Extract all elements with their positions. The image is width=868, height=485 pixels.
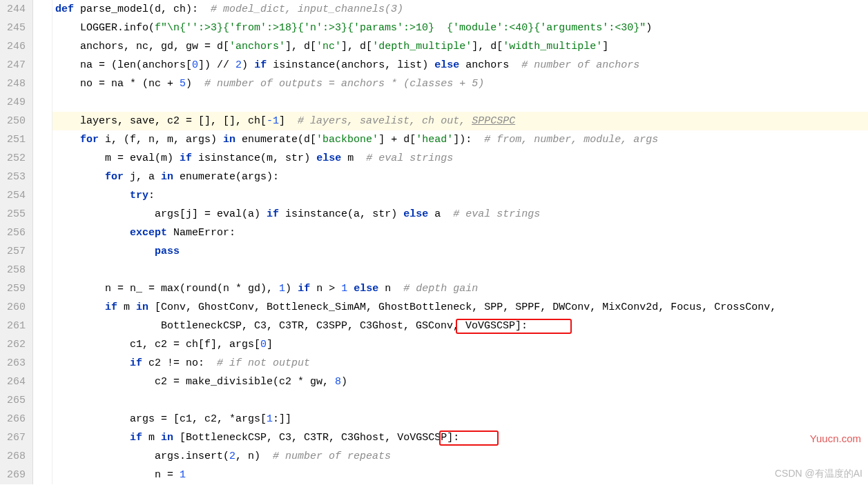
line-number[interactable]: 264: [4, 373, 26, 391]
code-line[interactable]: for i, (f, n, m, args) in enumerate(d['b…: [52, 130, 868, 149]
line-number[interactable]: 265: [4, 391, 26, 410]
line-number-gutter[interactable]: 2442452462472482492502512522532542552562…: [0, 0, 33, 484]
code-line[interactable]: m = eval(m) if isinstance(m, str) else m…: [52, 149, 868, 168]
code-line[interactable]: na = (len(anchors[0]) // 2) if isinstanc…: [52, 56, 868, 75]
line-number[interactable]: 246: [4, 37, 26, 56]
code-line[interactable]: if c2 != no: # if not output: [52, 354, 868, 373]
code-line[interactable]: pass: [52, 242, 868, 261]
line-number[interactable]: 249: [4, 93, 26, 112]
code-line[interactable]: [52, 391, 868, 410]
line-number[interactable]: 248: [4, 75, 26, 93]
code-line[interactable]: if m in [Conv, GhostConv, Bottleneck_Sim…: [52, 298, 868, 317]
line-number[interactable]: 256: [4, 224, 26, 242]
line-number[interactable]: 261: [4, 317, 26, 335]
line-number[interactable]: 267: [4, 428, 26, 447]
code-line[interactable]: LOGGER.info(f"\n{'':>3}{'from':>18}{'n':…: [52, 19, 868, 37]
line-number[interactable]: 268: [4, 447, 26, 466]
line-number[interactable]: 250: [4, 112, 26, 130]
line-number[interactable]: 262: [4, 335, 26, 354]
code-line[interactable]: c1, c2 = ch[f], args[0]: [52, 335, 868, 354]
code-line[interactable]: except NameError:: [52, 224, 868, 242]
code-area[interactable]: def parse_model(d, ch): # model_dict, in…: [52, 0, 868, 484]
code-line[interactable]: args.insert(2, n) # number of repeats: [52, 447, 868, 466]
line-number[interactable]: 258: [4, 261, 26, 279]
code-line[interactable]: [52, 261, 868, 279]
code-line[interactable]: def parse_model(d, ch): # model_dict, in…: [52, 0, 868, 19]
line-number[interactable]: 257: [4, 242, 26, 261]
line-number[interactable]: 247: [4, 56, 26, 75]
line-number[interactable]: 244: [4, 0, 26, 19]
code-line[interactable]: layers, save, c2 = [], [], ch[-1] # laye…: [52, 112, 868, 130]
code-line[interactable]: c2 = make_divisible(c2 * gw, 8): [52, 373, 868, 391]
line-number[interactable]: 255: [4, 205, 26, 224]
line-number[interactable]: 269: [4, 466, 26, 484]
code-editor[interactable]: 2442452462472482492502512522532542552562…: [0, 0, 868, 484]
line-number[interactable]: 254: [4, 186, 26, 205]
code-line[interactable]: if m in [BottleneckCSP, C3, C3TR, C3Ghos…: [52, 428, 868, 447]
line-number[interactable]: 259: [4, 279, 26, 298]
code-line[interactable]: try:: [52, 186, 868, 205]
watermark-csdn: CSDN @有温度的AI: [775, 464, 862, 483]
code-line[interactable]: args[j] = eval(a) if isinstance(a, str) …: [52, 205, 868, 224]
line-number[interactable]: 251: [4, 130, 26, 149]
code-line[interactable]: no = na * (nc + 5) # number of outputs =…: [52, 75, 868, 93]
line-number[interactable]: 260: [4, 298, 26, 317]
code-line[interactable]: n = n_ = max(round(n * gd), 1) if n > 1 …: [52, 279, 868, 298]
watermark-yuucn: Yuucn.com: [810, 429, 861, 448]
line-number[interactable]: 253: [4, 168, 26, 186]
code-line[interactable]: args = [c1, c2, *args[1:]]: [52, 410, 868, 428]
code-line[interactable]: for j, a in enumerate(args):: [52, 168, 868, 186]
code-line[interactable]: BottleneckCSP, C3, C3TR, C3SPP, C3Ghost,…: [52, 317, 868, 335]
code-line[interactable]: [52, 93, 868, 112]
line-number[interactable]: 252: [4, 149, 26, 168]
code-line[interactable]: n = 1: [52, 466, 868, 484]
fold-column[interactable]: [33, 0, 52, 484]
line-number[interactable]: 245: [4, 19, 26, 37]
line-number[interactable]: 263: [4, 354, 26, 373]
code-line[interactable]: anchors, nc, gd, gw = d['anchors'], d['n…: [52, 37, 868, 56]
line-number[interactable]: 266: [4, 410, 26, 428]
